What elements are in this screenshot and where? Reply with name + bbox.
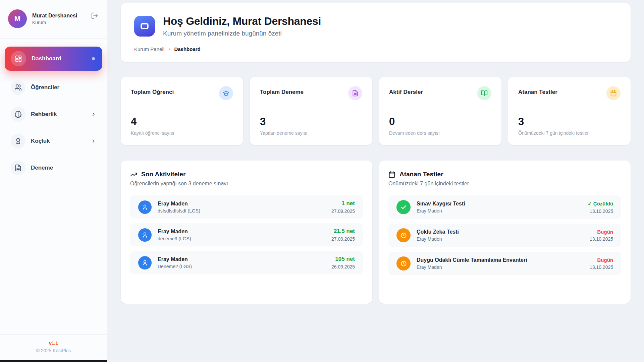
stat-title: Aktif Dersler (389, 86, 423, 96)
brain-icon (11, 107, 25, 122)
panel-title: Son Aktiviteler (141, 171, 185, 178)
stat-title: Toplam Öğrenci (131, 86, 174, 96)
test-name: Sınav Kaygısı Testi (417, 201, 465, 207)
activity-score: 1 net (331, 200, 355, 207)
user-panel: M Murat Dershanesi Kurum (0, 0, 107, 39)
welcome-card: Hoş Geldiniz, Murat Dershanesi Kurum yön… (121, 3, 631, 62)
stat-caption: Kayıtlı öğrenci sayısı (131, 130, 233, 136)
panel-subtitle: Önümüzdeki 7 gün içindeki testler (388, 181, 621, 187)
sidebar-item-ogrenciler[interactable]: Öğrenciler (5, 77, 102, 98)
breadcrumb-separator-icon: › (168, 46, 170, 52)
stat-card-atanan-testler: Atanan Testler 3 Önümüzdeki 7 gün içinde… (508, 77, 631, 145)
activity-student-name: Eray Maden (158, 229, 191, 235)
dashboard-grid-icon (11, 51, 26, 66)
stat-card-aktif-dersler: Aktif Dersler 0 Devam eden ders sayısı (379, 77, 501, 145)
user-meta: Murat Dershanesi Kurum (32, 13, 77, 25)
main-content: Hoş Geldiniz, Murat Dershanesi Kurum yön… (107, 0, 644, 304)
activity-date: 27.09.2025 (331, 236, 355, 242)
panel-subtitle: Öğrencilerin yaptığı son 3 deneme sınavı (130, 181, 363, 187)
sidebar-item-label: Öğrenciler (31, 84, 59, 91)
clock-icon (396, 256, 411, 270)
user-name: Murat Dershanesi (32, 13, 77, 19)
book-open-icon (477, 86, 491, 100)
test-status-badge: ✓ Çözüldü (588, 201, 613, 207)
assigned-tests-panel: Atanan Testler Önümüzdeki 7 gün içindeki… (379, 161, 631, 304)
stat-card-toplam-deneme: Toplam Deneme 3 Yapılan deneme sayısı (250, 77, 372, 145)
chevron-right-icon (91, 138, 96, 144)
assigned-test-row[interactable]: Çoklu Zeka Testi Eray Maden Bugün 13.10.… (388, 224, 621, 247)
panels-row: Son Aktiviteler Öğrencilerin yaptığı son… (121, 161, 631, 304)
activity-row[interactable]: Eray Maden deneme3 (LGS) 21.5 net 27.09.… (130, 223, 363, 246)
stats-row: Toplam Öğrenci 4 Kayıtlı öğrenci sayısı … (121, 77, 631, 145)
breadcrumb-root[interactable]: Kurum Paneli (134, 46, 164, 52)
test-student-name: Eray Maden (417, 264, 527, 270)
sidebar-bottom-strip (0, 360, 107, 362)
file-text-icon (11, 161, 25, 175)
logout-icon (91, 12, 98, 19)
test-date: 13.10.2025 (588, 208, 613, 214)
activity-row[interactable]: Eray Maden dsfsdfsdfsfsdf (LGS) 1 net 27… (130, 195, 363, 219)
page-subtitle: Kurum yönetim panelinizde bugünün özeti (163, 30, 321, 37)
clock-icon (396, 228, 411, 242)
sidebar-item-rehberlik[interactable]: Rehberlik (5, 104, 102, 124)
test-status-badge: Bugün (590, 257, 613, 263)
breadcrumb-current: Dashboard (174, 46, 200, 52)
test-name: Çoklu Zeka Testi (417, 229, 459, 235)
student-avatar-icon (138, 228, 152, 242)
activity-date: 27.09.2025 (331, 208, 355, 214)
activity-score: 21.5 net (331, 228, 355, 235)
test-date: 13.10.2025 (590, 264, 613, 270)
stat-card-toplam-ogrenci: Toplam Öğrenci 4 Kayıtlı öğrenci sayısı (121, 77, 243, 145)
sidebar-item-label: Koçluk (31, 138, 50, 144)
activity-date: 26.09.2025 (331, 264, 355, 269)
activity-exam-name: dsfsdfsdfsfsdf (LGS) (158, 208, 200, 214)
sidebar-item-label: Dashboard (32, 55, 61, 62)
sidebar-item-deneme[interactable]: Deneme (5, 158, 102, 178)
stat-title: Toplam Deneme (260, 86, 304, 96)
user-role: Kurum (32, 20, 77, 25)
assigned-test-row[interactable]: Duygu Odaklı Cümle Tamamlama Envanteri E… (388, 252, 621, 275)
sidebar-item-label: Rehberlik (31, 111, 57, 118)
sidebar-menu: Dashboard Öğrenciler Rehberlik (0, 39, 107, 334)
stat-value: 4 (131, 116, 233, 128)
dashboard-app-icon (134, 16, 155, 37)
calendar-icon (606, 86, 621, 100)
users-icon (11, 80, 25, 95)
active-indicator-dot (92, 57, 95, 60)
chevron-right-icon (91, 112, 96, 117)
copyright-text: © 2025 KociPlus (3, 348, 104, 353)
sidebar-item-kocluk[interactable]: Koçluk (5, 131, 102, 151)
activity-student-name: Eray Maden (158, 256, 192, 262)
logout-button[interactable] (90, 11, 99, 20)
sidebar: M Murat Dershanesi Kurum Dashboard (0, 0, 107, 362)
activity-score: 105 net (331, 256, 355, 262)
stat-caption: Devam eden ders sayısı (389, 130, 491, 136)
student-avatar-icon (138, 200, 152, 214)
avatar: M (8, 9, 27, 28)
student-avatar-icon (138, 256, 152, 269)
breadcrumb: Kurum Paneli › Dashboard (134, 46, 617, 52)
test-name: Duygu Odaklı Cümle Tamamlama Envanteri (417, 257, 527, 263)
stat-caption: Önümüzdeki 7 gün içindeki testler (518, 130, 621, 136)
trending-up-icon (130, 171, 137, 178)
check-icon (396, 200, 411, 214)
file-text-icon (348, 86, 362, 100)
panel-title: Atanan Testler (399, 171, 443, 178)
test-date: 13.10.2025 (590, 236, 613, 242)
stat-value: 3 (518, 116, 621, 128)
app-version: v1.1 (3, 341, 104, 346)
sidebar-footer: v1.1 © 2025 KociPlus (0, 334, 107, 362)
activity-exam-name: deneme3 (LGS) (158, 236, 191, 241)
sidebar-item-label: Deneme (31, 165, 53, 171)
assigned-test-row[interactable]: Sınav Kaygısı Testi Eray Maden ✓ Çözüldü… (388, 195, 621, 219)
page-title: Hoş Geldiniz, Murat Dershanesi (163, 15, 321, 27)
calendar-icon (388, 171, 395, 178)
stat-value: 3 (260, 116, 362, 128)
activity-exam-name: Deneme2 (LGS) (158, 264, 192, 269)
stat-caption: Yapılan deneme sayısı (260, 130, 362, 136)
graduation-cap-icon (219, 86, 233, 100)
test-status-badge: Bugün (590, 229, 613, 235)
sidebar-item-dashboard[interactable]: Dashboard (5, 47, 102, 71)
activity-row[interactable]: Eray Maden Deneme2 (LGS) 105 net 26.09.2… (130, 251, 363, 274)
test-student-name: Eray Maden (417, 208, 465, 214)
